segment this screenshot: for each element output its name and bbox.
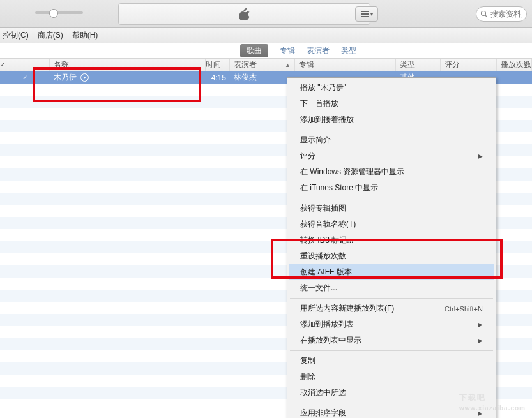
- track-time: 4:15: [206, 73, 230, 82]
- apple-logo-icon: [239, 8, 250, 20]
- col-header-rating[interactable]: 评分: [441, 59, 497, 71]
- col-header-artist-label: 表演者: [234, 59, 257, 70]
- ctx-get-track-names[interactable]: 获得音轨名称(T): [289, 216, 494, 232]
- ctx-show-explorer[interactable]: 在 Windows 资源管理器中显示: [289, 164, 494, 180]
- ctx-sort-field-label: 应用排序字段: [300, 408, 346, 418]
- view-tabs: 歌曲 专辑 表演者 类型: [0, 43, 532, 59]
- ctx-new-playlist[interactable]: 用所选内容新建播放列表(F) Ctrl+Shift+N: [289, 301, 494, 317]
- ctx-consolidate[interactable]: 统一文件...: [289, 280, 494, 296]
- track-name: 木乃伊: [54, 72, 77, 83]
- ctx-sep: [290, 198, 493, 198]
- svg-point-0: [482, 11, 486, 16]
- ctx-add-up-next[interactable]: 添加到接着播放: [289, 112, 494, 128]
- col-header-plays[interactable]: 播放次数: [497, 59, 532, 71]
- ctx-sep: [290, 350, 493, 351]
- ctx-convert-id3[interactable]: 转换 ID3 标记...: [289, 232, 494, 248]
- submenu-arrow-icon: ▶: [478, 153, 483, 160]
- col-header-check[interactable]: ✓: [0, 59, 50, 71]
- dropdown-arrow-icon: ▾: [370, 11, 373, 17]
- ctx-new-playlist-shortcut: Ctrl+Shift+N: [445, 305, 483, 313]
- submenu-arrow-icon: ▶: [478, 410, 483, 417]
- track-artist: 林俊杰: [230, 72, 295, 83]
- ctx-create-aiff[interactable]: 创建 AIFF 版本: [289, 264, 494, 280]
- ctx-add-playlist-label: 添加到播放列表: [300, 319, 354, 330]
- search-field[interactable]: [476, 6, 527, 22]
- menu-control[interactable]: 控制(C): [3, 30, 29, 41]
- col-header-artist[interactable]: 表演者 ▲: [230, 59, 295, 71]
- search-input[interactable]: [490, 10, 522, 19]
- svg-line-1: [485, 15, 487, 17]
- col-header-genre[interactable]: 类型: [396, 59, 441, 71]
- ctx-uncheck[interactable]: 取消选中所选: [289, 385, 494, 401]
- context-menu: 播放 "木乃伊" 下一首播放 添加到接着播放 显示简介 评分▶ 在 Window…: [287, 77, 496, 418]
- column-headers: ✓ 名称 时间 表演者 ▲ 专辑 类型 评分 播放次数: [0, 59, 532, 71]
- tab-artists[interactable]: 表演者: [307, 45, 330, 56]
- search-icon: [480, 10, 488, 18]
- menu-help[interactable]: 帮助(H): [72, 30, 98, 41]
- tab-genres[interactable]: 类型: [341, 45, 356, 56]
- ctx-sep: [290, 403, 493, 403]
- col-header-album[interactable]: 专辑: [295, 59, 396, 71]
- play-arrow-icon[interactable]: ▸: [80, 73, 89, 82]
- ctx-sep: [290, 298, 493, 299]
- submenu-arrow-icon: ▶: [478, 321, 483, 328]
- ctx-get-info[interactable]: 显示简介: [289, 132, 494, 148]
- ctx-show-playlist[interactable]: 在播放列表中显示▶: [289, 332, 494, 348]
- ctx-play[interactable]: 播放 "木乃伊": [289, 80, 494, 96]
- now-playing-display: [118, 3, 370, 25]
- tab-songs[interactable]: 歌曲: [240, 44, 268, 57]
- tab-albums[interactable]: 专辑: [280, 45, 295, 56]
- ctx-rating-label: 评分: [300, 151, 315, 161]
- col-header-time[interactable]: 时间: [206, 59, 230, 71]
- track-checkbox[interactable]: ✓: [22, 74, 27, 81]
- ctx-copy[interactable]: 复制: [289, 353, 494, 369]
- ctx-add-playlist[interactable]: 添加到播放列表▶: [289, 317, 494, 332]
- menu-store[interactable]: 商店(S): [38, 30, 63, 41]
- ctx-show-playlist-label: 在播放列表中显示: [300, 335, 361, 346]
- ctx-new-playlist-label: 用所选内容新建播放列表(F): [300, 303, 394, 314]
- sort-asc-icon: ▲: [285, 62, 291, 68]
- ctx-sort-field[interactable]: 应用排序字段▶: [289, 405, 494, 418]
- ctx-play-next[interactable]: 下一首播放: [289, 96, 494, 112]
- col-header-name[interactable]: 名称: [50, 59, 206, 71]
- ctx-get-artwork[interactable]: 获得专辑插图: [289, 200, 494, 216]
- ctx-show-store[interactable]: 在 iTunes Store 中显示: [289, 180, 494, 196]
- submenu-arrow-icon: ▶: [478, 337, 483, 344]
- menu-bar: 控制(C) 商店(S) 帮助(H): [0, 28, 532, 43]
- volume-slider[interactable]: [35, 11, 83, 14]
- player-toolbar: ▾: [0, 0, 532, 28]
- ctx-sep: [290, 130, 493, 130]
- view-mode-button[interactable]: ▾: [355, 6, 378, 22]
- ctx-delete[interactable]: 删除: [289, 369, 494, 385]
- ctx-reset-plays[interactable]: 重设播放次数: [289, 248, 494, 264]
- ctx-rating[interactable]: 评分▶: [289, 148, 494, 164]
